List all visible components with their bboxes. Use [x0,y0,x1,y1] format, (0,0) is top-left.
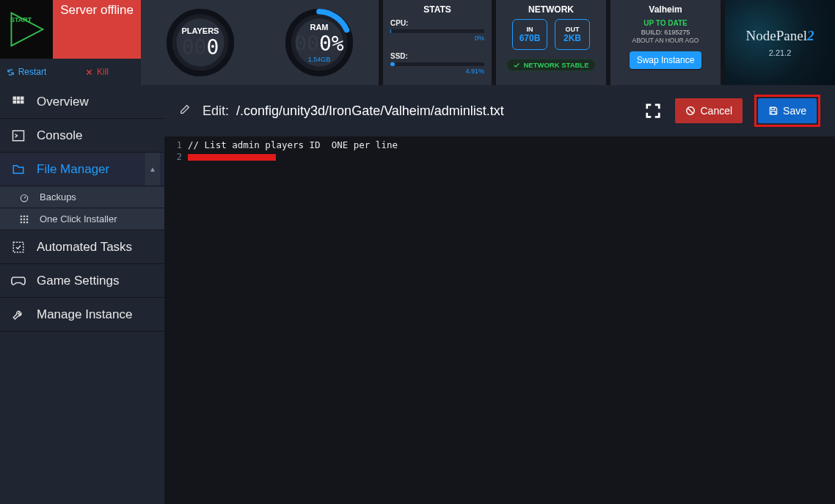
sidebar-item-manage-instance[interactable]: Manage Instance [0,298,164,332]
editor-gutter: 1 2 [164,136,188,163]
svg-rect-7 [13,96,17,100]
start-button[interactable]: START [0,0,53,59]
editor-path: /.config/unity3d/IronGate/Valheim/adminl… [236,103,504,119]
sidebar-sub-backups[interactable]: Backups [0,186,164,208]
sidebar-item-label: Overview [37,95,89,109]
kill-icon [85,68,93,76]
instance-time: ABOUT AN HOUR AGO [616,37,715,44]
cancel-button[interactable]: Cancel [675,98,743,123]
ssd-value: 4.91% [390,67,484,75]
cpu-label: CPU: [390,19,484,27]
svg-rect-17 [26,215,28,216]
instance-name: Valheim [616,4,715,15]
restart-label: Restart [18,67,47,77]
brand-panel: NodePanel2 2.21.2 [725,0,835,85]
players-title: PLAYERS [182,26,219,35]
sidebar-sub-label: One Click Installer [40,213,117,224]
network-panel: NETWORK IN 670B OUT 2KB NETWORK STABLE [496,0,606,85]
network-status-text: NETWORK STABLE [523,61,588,69]
sidebar-item-game-settings[interactable]: Game Settings [0,264,164,298]
svg-rect-26 [771,107,775,109]
instance-build: BUILD: 6195275 [616,29,715,36]
grid-icon [10,95,26,109]
code-editor[interactable]: 1 2 // List admin players ID ONE per lin… [164,136,835,163]
start-label: START [10,16,32,23]
players-value: 0 [206,35,219,59]
restart-button[interactable]: Restart [0,59,53,85]
redacted-text [188,154,276,161]
tasks-icon [10,241,26,254]
svg-rect-20 [26,218,28,219]
save-label: Save [783,105,806,117]
sidebar: Overview Console File Manager ▲ Backups … [0,85,164,504]
svg-rect-22 [23,221,25,222]
svg-rect-19 [23,218,25,219]
folder-icon [10,163,26,176]
sidebar-item-label: Game Settings [37,274,119,288]
svg-rect-13 [13,131,24,141]
brand-version: 2.21.2 [769,48,792,57]
swap-instance-button[interactable]: Swap Instance [630,51,702,69]
network-in-label: IN [527,26,533,33]
fullscreen-button[interactable] [643,101,663,121]
grid-small-icon [16,214,32,224]
svg-rect-23 [26,221,28,222]
kill-label: Kill [97,67,109,77]
code-line: // List admin players ID ONE per line [188,139,398,151]
editor-header: Edit: /.config/unity3d/IronGate/Valheim/… [164,85,835,136]
ram-title: RAM [310,23,328,32]
ram-gauge: RAM 000% 1.54GB [260,0,379,85]
sidebar-item-console[interactable]: Console [0,119,164,153]
players-ghost: 00 [182,35,207,59]
save-icon [768,106,779,116]
instance-panel: Valheim UP TO DATE BUILD: 6195275 ABOUT … [610,0,721,85]
sidebar-sub-one-click-installer[interactable]: One Click Installer [0,208,164,230]
brand-accent: 2 [807,28,814,43]
chevron-up-icon[interactable]: ▲ [145,153,160,186]
svg-rect-12 [21,100,24,103]
sidebar-item-label: File Manager [37,162,109,177]
terminal-icon [10,129,26,142]
svg-rect-16 [23,215,25,216]
main: Edit: /.config/unity3d/IronGate/Valheim/… [164,85,835,504]
network-in: IN 670B [512,19,547,50]
ssd-label: SSD: [390,52,484,60]
stats-header: STATS [390,4,484,15]
fullscreen-icon [645,103,661,119]
gamepad-icon [10,276,26,286]
sidebar-item-label: Console [37,128,82,143]
svg-rect-24 [13,242,23,252]
cancel-icon [685,106,696,116]
sidebar-sub-label: Backups [40,191,76,202]
svg-rect-11 [17,100,21,103]
ram-value: 0% [319,32,344,56]
cpu-value: 0% [390,34,484,42]
sidebar-item-overview[interactable]: Overview [0,85,164,119]
gauge-icon [16,192,32,202]
editor-title: Edit: [203,103,229,119]
sidebar-item-automated-tasks[interactable]: Automated Tasks [0,230,164,264]
network-out-value: 2KB [564,33,581,43]
network-header: NETWORK [502,4,600,15]
sidebar-item-label: Manage Instance [37,307,132,322]
network-out: OUT 2KB [555,19,590,50]
server-status-banner: Server offline [53,0,141,59]
network-out-label: OUT [566,26,580,33]
wrench-icon [10,308,26,321]
svg-rect-27 [771,112,776,114]
players-gauge: PLAYERS 000 [141,0,260,85]
editor-content[interactable]: // List admin players ID ONE per line [188,136,398,163]
restart-icon [7,68,15,76]
save-button[interactable]: Save [758,98,817,123]
stats-panel: STATS CPU: 0% SSD: 4.91% [383,0,492,85]
sidebar-item-file-manager[interactable]: File Manager ▲ [0,153,164,186]
svg-rect-10 [13,100,17,103]
ram-sub: 1.54GB [308,56,331,63]
kill-button[interactable]: Kill [53,59,141,85]
brand-name: NodePanel [746,28,807,43]
play-icon [6,9,47,50]
svg-rect-21 [21,221,22,222]
svg-rect-9 [21,96,24,100]
check-icon [513,62,520,69]
svg-rect-18 [21,218,22,219]
